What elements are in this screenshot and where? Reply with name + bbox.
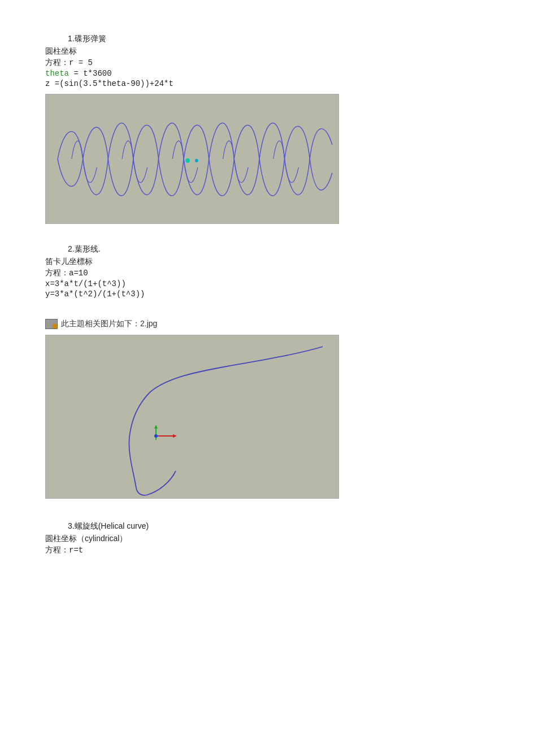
section-2-eq2: x=3*a*t/(1+(t^3)) — [45, 279, 489, 288]
section-3-coord: 圆柱坐标（cylindrical） — [45, 534, 489, 544]
theta-text: theta — [45, 69, 69, 78]
attachment-text: 此主題相关图片如下：2.jpg — [61, 319, 157, 329]
leaf-curve-image — [45, 335, 339, 499]
center-dot2 — [195, 159, 198, 162]
section-2-coord: 笛卡儿坐標标 — [45, 257, 489, 267]
disc-spring-image — [45, 94, 339, 224]
section-2-title: 2.葉形线. — [45, 244, 489, 254]
coord-axes — [154, 425, 177, 440]
svg-marker-1 — [173, 434, 177, 438]
section-1-title: 1.碟形弹簧 — [45, 34, 489, 44]
section-3-eq-label: 方程：r=t — [45, 545, 489, 555]
section-2: 2.葉形线. 笛卡儿坐標标 方程：a=10 x=3*a*t/(1+(t^3)) … — [45, 244, 489, 299]
section-3: 3.螺旋线(Helical curve) 圆柱坐标（cylindrical） 方… — [45, 521, 489, 555]
center-dot — [185, 158, 190, 163]
section-1-eq2: theta = t*3600 — [45, 69, 489, 78]
page-content: 1.碟形弹簧 圆柱坐标 方程：r = 5 theta = t*3600 z =(… — [0, 0, 534, 610]
svg-point-4 — [154, 434, 158, 438]
attachment-line: 此主題相关图片如下：2.jpg — [45, 319, 489, 329]
leaf-curve-svg — [46, 335, 339, 499]
svg-marker-3 — [154, 425, 158, 429]
section-3-title: 3.螺旋线(Helical curve) — [45, 521, 489, 532]
disc-spring-svg — [46, 94, 338, 223]
section-1-eq3: z =(sin(3.5*theta-90))+24*t — [45, 79, 489, 88]
section-1-eq-label: 方程：r = 5 — [45, 58, 489, 68]
section-2-eq-label: 方程：a=10 — [45, 268, 489, 278]
section-1: 1.碟形弹簧 圆柱坐标 方程：r = 5 theta = t*3600 z =(… — [45, 34, 489, 224]
section-2-eq3: y=3*a*(t^2)/(1+(t^3)) — [45, 290, 489, 299]
section-1-coord: 圆柱坐标 — [45, 46, 489, 57]
attachment-icon — [45, 319, 58, 329]
